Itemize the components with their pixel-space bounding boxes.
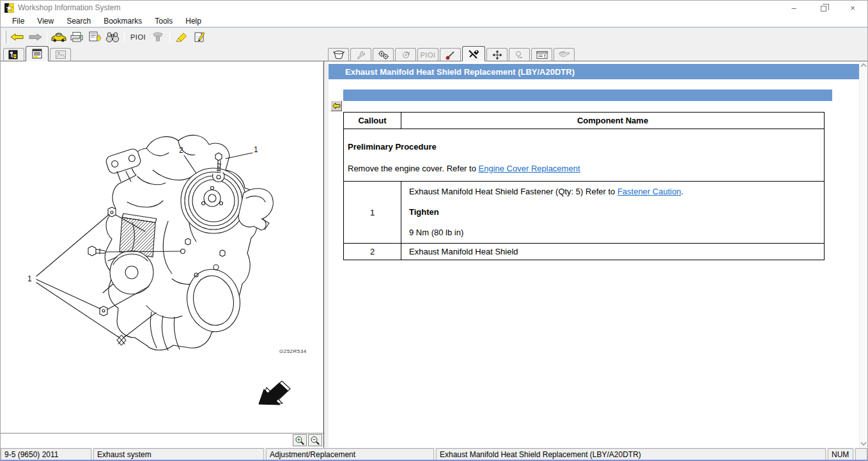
tab-image-view[interactable] [50, 48, 71, 61]
wrench-icon [355, 50, 368, 60]
menu-bookmarks[interactable]: Bookmarks [97, 15, 148, 27]
menu-search[interactable]: Search [60, 15, 97, 27]
annotate-button[interactable] [190, 29, 208, 45]
section-back-button[interactable] [330, 100, 342, 111]
tab-fluids[interactable] [554, 48, 575, 61]
scroll-up-icon[interactable] [860, 63, 867, 67]
wis-logo-icon [4, 3, 14, 13]
status-document: Exhaust Manifold Heat Shield Replacement… [436, 448, 826, 461]
engine-diagram: 2 1 1 G252R534 [1, 61, 323, 434]
tab-document-view[interactable] [26, 46, 49, 61]
binoculars-icon [105, 31, 120, 43]
phone-icon [151, 31, 165, 43]
tab-jump-to[interactable] [509, 48, 530, 61]
illustration-panel: 2 1 1 G252R534 [1, 61, 324, 448]
image-view-icon [55, 50, 66, 59]
gears-icon [377, 50, 390, 60]
capacities-pot-icon [332, 50, 345, 60]
menu-help[interactable]: Help [179, 15, 208, 27]
tab-function[interactable] [395, 48, 416, 61]
phone-support-button[interactable] [149, 29, 167, 45]
toolbar-gripper[interactable] [4, 31, 6, 43]
forward-arrow-icon [27, 32, 43, 42]
gear-rotate-icon [399, 50, 412, 60]
component-header: Component Name [401, 113, 825, 129]
pioi-button[interactable]: PIOI [127, 29, 149, 45]
callout-header: Callout [344, 113, 401, 129]
vehicle-button[interactable] [50, 29, 68, 45]
callout-label-2: 2 [179, 146, 183, 155]
zoom-in-icon [295, 435, 305, 446]
tab-capacities[interactable] [328, 48, 349, 61]
figure-code: G252R534 [279, 348, 307, 354]
callout-table: Callout Component Name Preliminary Proce… [343, 112, 825, 260]
status-num-lock: NUM [828, 448, 853, 461]
zoom-in-button[interactable] [293, 434, 307, 446]
status-bar: 9-5 (9650) 2011 Exhaust system Adjustmen… [1, 448, 867, 461]
close-button[interactable]: × [838, 1, 867, 15]
table-header-row: Callout Component Name [344, 113, 825, 129]
menu-bar: File View Search Bookmarks Tools Help [1, 15, 867, 27]
menu-view[interactable]: View [31, 15, 60, 27]
structure-tree-icon [8, 50, 20, 59]
vertical-scrollbar[interactable] [859, 61, 867, 448]
vehicle-icon [50, 31, 67, 43]
search-button[interactable] [104, 29, 121, 45]
callout-label-1-left: 1 [27, 274, 32, 283]
tab-diagnostics[interactable] [440, 48, 461, 61]
toolbar-separator [169, 31, 170, 43]
main-toolbar: PIOI [1, 27, 867, 46]
highlight-button[interactable] [173, 29, 190, 45]
tab-structure-view[interactable] [3, 48, 24, 61]
form-info-icon: ! [536, 50, 548, 60]
back-arrow-icon [10, 32, 25, 42]
procedure-title-bar: Exhaust Manifold Heat Shield Replacement… [329, 64, 859, 79]
diagram-footer [1, 434, 323, 447]
save-document-button[interactable] [86, 29, 104, 45]
printer-icon [69, 31, 84, 43]
move-arrows-icon [491, 50, 504, 60]
highlighter-icon [174, 31, 189, 43]
status-system: Exhaust system [93, 448, 264, 461]
pioi-label: PIOI [130, 33, 146, 41]
print-button[interactable] [68, 29, 86, 45]
callout-number: 2 [344, 244, 401, 260]
document-tab-bar: PIOI [1, 46, 867, 61]
toolbar-separator [47, 31, 47, 43]
zoom-out-button[interactable] [308, 434, 322, 446]
section-bar [343, 90, 832, 101]
minimize-button[interactable]: – [779, 1, 809, 15]
back-button[interactable] [8, 29, 26, 45]
tab-form-info[interactable]: ! [531, 48, 552, 61]
table-row: 2 Exhaust Manifold Heat Shield [344, 244, 825, 260]
toolbar-separator [124, 31, 125, 43]
scroll-down-icon[interactable] [860, 442, 867, 446]
tab-operation[interactable] [373, 48, 394, 61]
status-category: Adjustment/Replacement [266, 448, 434, 461]
engine-cover-replacement-link[interactable]: Engine Cover Replacement [479, 164, 580, 173]
restore-icon [821, 6, 826, 12]
pioi-tab-label: PIOI [420, 51, 435, 59]
menu-tools[interactable]: Tools [148, 15, 179, 27]
preliminary-heading: Preliminary Procedure [348, 142, 818, 152]
table-row: 1 Exhaust Manifold Heat Shield Fastener … [344, 182, 825, 244]
tab-repair[interactable] [350, 48, 371, 61]
status-vehicle: 9-5 (9650) 2011 [1, 448, 91, 461]
menu-file[interactable]: File [6, 15, 31, 27]
thermometer-icon [444, 50, 457, 60]
annotate-icon [192, 31, 206, 43]
tab-pioi[interactable]: PIOI [417, 48, 438, 61]
tab-adjustment-replacement[interactable] [462, 46, 485, 61]
document-view-icon [31, 49, 43, 59]
document-export-icon [88, 31, 102, 43]
torque-spec: 9 Nm (80 lb in) [409, 228, 818, 238]
panel-splitter[interactable] [324, 61, 329, 448]
zoom-out-icon [310, 435, 320, 446]
funnel-icon [558, 50, 571, 60]
restore-button[interactable] [809, 1, 838, 15]
forward-button[interactable] [26, 29, 44, 45]
tab-locator[interactable] [486, 48, 508, 61]
callout-label-1-top: 1 [254, 145, 258, 154]
fastener-caution-link[interactable]: Fastener Caution [617, 187, 681, 196]
svg-text:!: ! [544, 53, 546, 59]
